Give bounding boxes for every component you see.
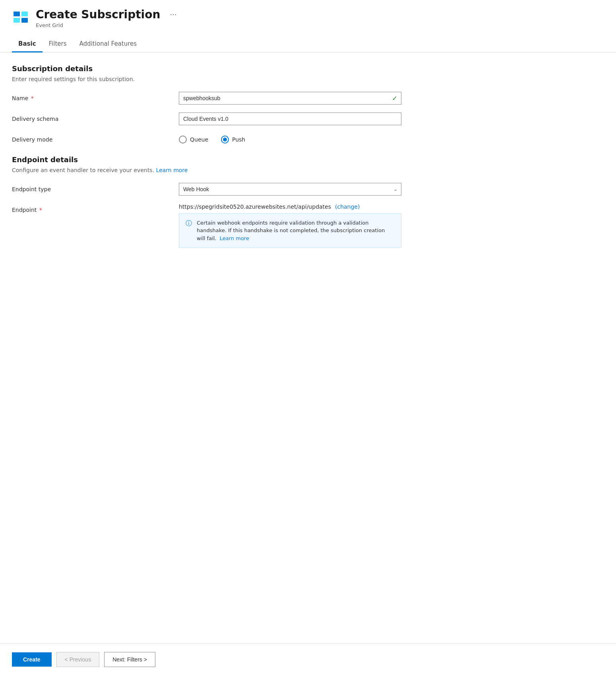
delivery-schema-input[interactable] [179, 112, 401, 125]
name-label: Name * [12, 92, 179, 101]
name-input[interactable] [179, 92, 401, 105]
endpoint-info-text: Certain webhook endpoints require valida… [197, 219, 395, 242]
endpoint-type-select-wrapper: Web Hook Azure Function Event Hubs Servi… [179, 183, 401, 196]
info-icon: ⓘ [186, 219, 192, 228]
endpoint-type-control: Web Hook Azure Function Event Hubs Servi… [179, 183, 401, 196]
endpoint-learn-more-link[interactable]: Learn more [156, 167, 188, 173]
endpoint-url-text: https://spegridsite0520.azurewebsites.ne… [179, 204, 331, 210]
name-required-star: * [31, 95, 34, 101]
delivery-mode-label: Delivery mode [12, 133, 179, 143]
radio-push-inner [223, 138, 227, 142]
name-input-wrapper: ✓ [179, 92, 401, 105]
endpoint-label: Endpoint * [12, 204, 179, 213]
endpoint-control: https://spegridsite0520.azurewebsites.ne… [179, 204, 401, 248]
delivery-mode-radio-group: Queue Push [179, 133, 401, 144]
name-check-icon: ✓ [392, 94, 397, 102]
endpoint-type-label: Endpoint type [12, 183, 179, 192]
subscription-details-title: Subscription details [12, 64, 425, 73]
endpoint-details-desc: Configure an event handler to receive yo… [12, 167, 425, 173]
endpoint-info-box: ⓘ Certain webhook endpoints require vali… [179, 213, 401, 248]
next-filters-button[interactable]: Next: Filters > [104, 652, 155, 667]
radio-push-label: Push [232, 136, 245, 143]
section-divider: Endpoint details Configure an event hand… [12, 155, 425, 173]
svg-rect-1 [14, 12, 20, 16]
name-control: ✓ [179, 92, 401, 105]
footer-bar: Create < Previous Next: Filters > [0, 643, 616, 675]
radio-push-circle [221, 136, 229, 144]
radio-push[interactable]: Push [221, 136, 245, 144]
delivery-mode-row: Delivery mode Queue Push [12, 133, 425, 144]
delivery-schema-label: Delivery schema [12, 112, 179, 122]
endpoint-row: Endpoint * https://spegridsite0520.azure… [12, 204, 425, 248]
endpoint-type-row: Endpoint type Web Hook Azure Function Ev… [12, 183, 425, 196]
svg-rect-4 [21, 18, 28, 23]
endpoint-type-select[interactable]: Web Hook Azure Function Event Hubs Servi… [179, 183, 401, 196]
delivery-schema-control [179, 112, 401, 125]
radio-queue[interactable]: Queue [179, 136, 208, 144]
svg-rect-3 [21, 12, 28, 16]
delivery-mode-control: Queue Push [179, 133, 401, 144]
endpoint-url-row: https://spegridsite0520.azurewebsites.ne… [179, 204, 401, 210]
name-row: Name * ✓ [12, 92, 425, 105]
svg-rect-2 [14, 18, 20, 23]
endpoint-details-title: Endpoint details [12, 155, 425, 164]
header-title-group: Create Subscription Event Grid [36, 8, 160, 28]
tab-basic[interactable]: Basic [12, 36, 43, 52]
tabs-container: Basic Filters Additional Features [0, 36, 616, 52]
create-button[interactable]: Create [12, 652, 52, 667]
page-header: Create Subscription Event Grid ··· [0, 0, 616, 32]
event-grid-icon [12, 9, 29, 27]
tab-filters[interactable]: Filters [43, 36, 73, 52]
endpoint-required-star: * [39, 207, 42, 213]
radio-queue-label: Queue [190, 136, 208, 143]
info-learn-more-link[interactable]: Learn more [220, 235, 249, 241]
endpoint-change-link[interactable]: (change) [335, 204, 360, 210]
main-content: Subscription details Enter required sett… [0, 52, 437, 304]
subscription-details-desc: Enter required settings for this subscri… [12, 76, 425, 82]
radio-queue-circle [179, 136, 187, 144]
previous-button[interactable]: < Previous [56, 652, 100, 667]
page-subtitle: Event Grid [36, 22, 160, 28]
more-options-button[interactable]: ··· [170, 10, 176, 19]
page-title: Create Subscription [36, 8, 160, 21]
delivery-schema-row: Delivery schema [12, 112, 425, 125]
tab-additional-features[interactable]: Additional Features [73, 36, 143, 52]
